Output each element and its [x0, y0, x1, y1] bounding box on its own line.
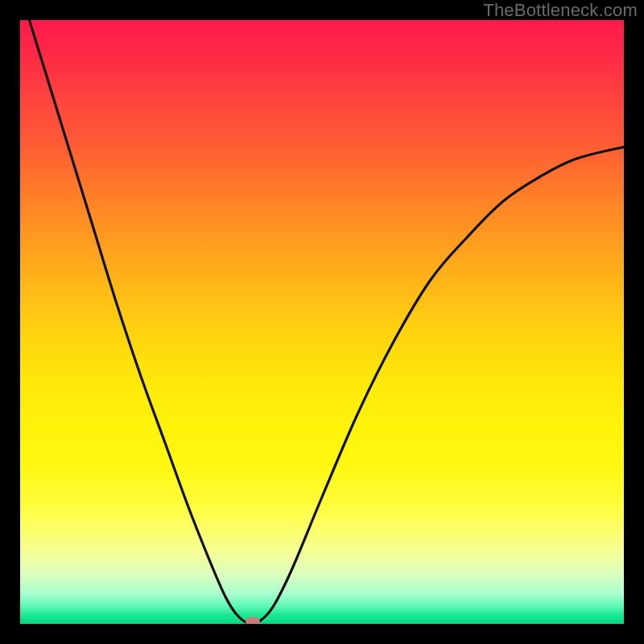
optimum-marker: [246, 617, 260, 625]
bottleneck-curve: [20, 20, 624, 624]
plot-area: [20, 20, 624, 624]
chart-frame: TheBottleneck.com: [0, 0, 644, 644]
attribution-text: TheBottleneck.com: [483, 0, 638, 21]
curve-svg: [20, 20, 624, 624]
